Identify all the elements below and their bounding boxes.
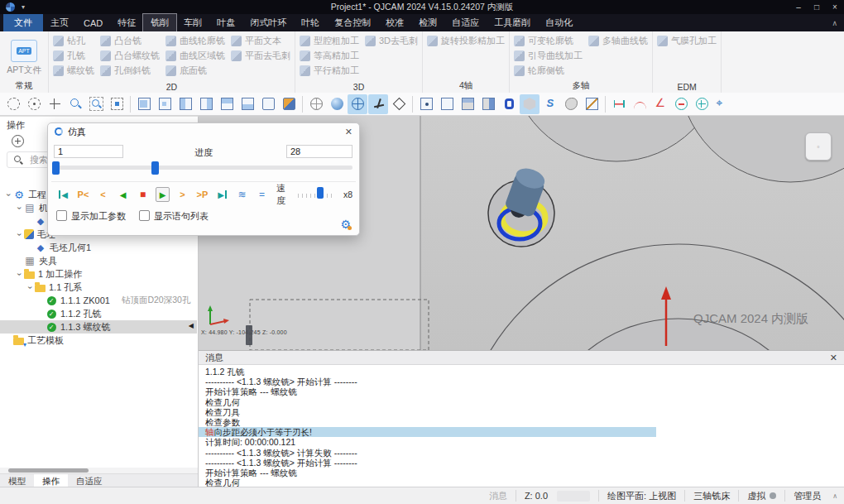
- toolpath-lines-button[interactable]: =: [255, 187, 269, 202]
- select-solid-icon[interactable]: [520, 94, 539, 114]
- tree-item[interactable]: ›1 加工操作: [0, 267, 197, 281]
- scrollbar-thumb[interactable]: [8, 468, 89, 473]
- menu-tab[interactable]: 闭式叶环: [242, 14, 294, 31]
- ribbon-item[interactable]: 孔倒斜铣: [100, 64, 160, 77]
- expander-icon[interactable]: ›: [4, 190, 13, 199]
- shaded-edges-display-icon[interactable]: [348, 94, 367, 114]
- simulation-close-icon[interactable]: ✕: [345, 127, 352, 137]
- tree-item[interactable]: ✓1.1.3 螺纹铣◀: [0, 320, 197, 334]
- bottom-view-icon[interactable]: [237, 94, 257, 114]
- prev-step-button[interactable]: <: [96, 187, 110, 202]
- skip-start-button[interactable]: ◀: [56, 187, 70, 202]
- ribbon-item[interactable]: 底面铣: [165, 64, 225, 77]
- pan-icon[interactable]: [45, 94, 65, 114]
- tree-item[interactable]: 工艺模板: [0, 334, 197, 347]
- zoom-fit-icon[interactable]: [107, 94, 127, 114]
- menu-tab[interactable]: 叶轮: [294, 14, 327, 31]
- select-blank-icon[interactable]: [561, 94, 581, 114]
- front-view-icon[interactable]: [134, 94, 154, 114]
- ribbon-item[interactable]: 螺纹铣: [53, 64, 94, 77]
- menu-tab[interactable]: 车削: [176, 14, 209, 31]
- simulation-option[interactable]: 显示语句列表: [139, 210, 209, 223]
- status-messages[interactable]: 消息: [481, 490, 516, 502]
- probe-icon[interactable]: [712, 94, 732, 114]
- ribbon-item[interactable]: 凸台铣: [100, 34, 160, 47]
- select-face-icon[interactable]: [458, 94, 477, 114]
- play-button[interactable]: ▶: [156, 187, 170, 202]
- checkbox-icon[interactable]: [56, 210, 67, 221]
- ribbon-item[interactable]: 多轴曲线铣: [588, 34, 648, 47]
- expander-icon[interactable]: ›: [15, 230, 24, 239]
- trimetric-view-icon[interactable]: [279, 94, 299, 114]
- progress-slider-handle-current[interactable]: [151, 161, 159, 175]
- rotate-center-icon[interactable]: [24, 94, 44, 114]
- top-view-icon[interactable]: [217, 94, 237, 114]
- progress-slider-track[interactable]: [54, 166, 352, 170]
- ribbon-item[interactable]: 曲线区域铣: [165, 49, 225, 62]
- next-step-button[interactable]: >: [175, 187, 189, 202]
- ribbon-item[interactable]: 轮廓侧铣: [514, 64, 583, 77]
- select-point-icon[interactable]: [416, 94, 436, 114]
- apt-file-button[interactable]: APTAPT文件: [4, 34, 44, 82]
- menu-tab[interactable]: 自适应: [444, 14, 487, 31]
- toolpath-display-button[interactable]: ≋: [235, 187, 249, 202]
- tree-item[interactable]: ›1.1 孔系: [0, 281, 197, 294]
- menu-tab[interactable]: 检测: [411, 14, 444, 31]
- status-virtual[interactable]: 虚拟: [738, 490, 784, 502]
- ribbon-item[interactable]: 气膜孔加工: [657, 34, 717, 47]
- ribbon-item[interactable]: 凸台螺纹铣: [100, 49, 160, 62]
- ribbon-item[interactable]: 型腔粗加工: [300, 34, 359, 47]
- select-body-face-icon[interactable]: [478, 94, 498, 114]
- select-axis-icon[interactable]: [582, 94, 602, 114]
- horizontal-scrollbar[interactable]: [0, 468, 198, 473]
- simulation-dialog-titlebar[interactable]: 仿真 ✕: [48, 123, 359, 140]
- viewport-float-button[interactable]: ▫: [805, 132, 832, 161]
- status-draw-plane[interactable]: 绘图平面: 上视图: [598, 490, 684, 502]
- tree-item[interactable]: ✓1.1.2 孔铣: [0, 307, 197, 320]
- tree-item[interactable]: 夹具: [0, 254, 197, 267]
- menu-tab[interactable]: 工具磨削: [487, 14, 538, 31]
- show-axes-icon[interactable]: [368, 94, 388, 114]
- menu-tab[interactable]: CAD: [76, 16, 110, 31]
- left-view-icon[interactable]: [175, 94, 195, 114]
- play-backward-button[interactable]: ◀: [116, 187, 130, 202]
- ribbon-item[interactable]: 平行精加工: [300, 64, 359, 77]
- menu-tab[interactable]: 自动化: [538, 14, 580, 31]
- expander-icon[interactable]: ›: [15, 270, 24, 279]
- progress-slider-handle-start[interactable]: [52, 161, 60, 175]
- measure-arc-icon[interactable]: [630, 94, 650, 114]
- message-close-icon[interactable]: ✕: [830, 353, 837, 363]
- ribbon-item[interactable]: 旋转投影精加工: [427, 34, 505, 47]
- status-machine[interactable]: 三轴铣床: [684, 490, 738, 502]
- file-menu-button[interactable]: 文件: [3, 14, 43, 31]
- quick-access-customize-icon[interactable]: ▾: [22, 3, 25, 11]
- maximize-button[interactable]: □: [808, 2, 826, 12]
- ribbon-item[interactable]: 钻孔: [53, 34, 94, 47]
- minimize-button[interactable]: –: [789, 2, 808, 12]
- add-operation-icon[interactable]: [12, 135, 24, 147]
- simulation-option[interactable]: 显示加工参数: [56, 210, 126, 223]
- zoom-icon[interactable]: [65, 94, 85, 114]
- menu-tab[interactable]: 主页: [43, 14, 76, 31]
- ribbon-item[interactable]: 引导曲线加工: [514, 49, 583, 62]
- wireframe-display-icon[interactable]: [306, 94, 326, 114]
- speed-slider-handle[interactable]: [317, 187, 324, 199]
- tree-item[interactable]: ✓1.1.1 ZK001钻顶面D20深30孔: [0, 294, 197, 307]
- speed-slider[interactable]: [298, 191, 334, 198]
- ribbon-item[interactable]: 平面文本: [231, 34, 290, 47]
- ribbon-item[interactable]: 孔铣: [53, 49, 94, 62]
- ribbon-item[interactable]: 平面去毛刺: [231, 49, 290, 62]
- status-user[interactable]: 管理员: [784, 490, 829, 502]
- measure-angle-icon[interactable]: [650, 94, 670, 114]
- next-operation-button[interactable]: >P: [195, 187, 209, 202]
- simulation-settings-icon[interactable]: ⚙: [340, 218, 351, 231]
- select-hole-icon[interactable]: [499, 94, 519, 114]
- measure-circle-icon[interactable]: [671, 94, 691, 114]
- zoom-window-icon[interactable]: [86, 94, 106, 114]
- measure-diameter-icon[interactable]: [692, 94, 712, 114]
- menu-tab[interactable]: 校准: [378, 14, 411, 31]
- prev-operation-button[interactable]: P<: [76, 187, 90, 202]
- select-curve-icon[interactable]: [540, 94, 560, 114]
- menu-tab[interactable]: 复合控制: [327, 14, 378, 31]
- measure-distance-icon[interactable]: [609, 94, 629, 114]
